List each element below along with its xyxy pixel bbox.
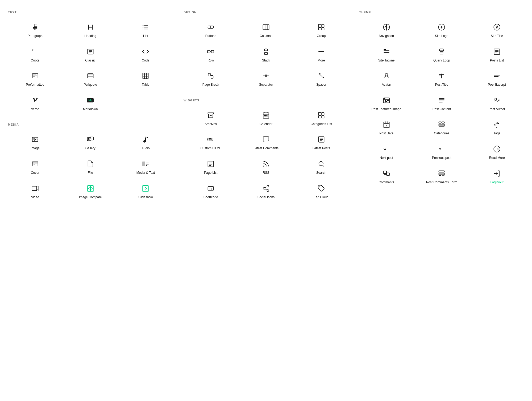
block-next-post[interactable]: » Next post — [359, 141, 414, 163]
svg-text:HTML: HTML — [207, 138, 213, 141]
block-gallery[interactable]: Gallery — [63, 131, 118, 154]
block-post-author[interactable]: Post Author — [470, 92, 524, 115]
widgets-section-title: WIDGETS — [184, 99, 348, 102]
media-block-grid: Image Gallery Audio — [8, 131, 173, 202]
block-comments[interactable]: Comments — [359, 166, 414, 188]
file-icon — [86, 159, 95, 169]
block-categories[interactable]: Categories — [414, 117, 469, 139]
block-file[interactable]: File — [63, 156, 118, 178]
block-heading[interactable]: Heading — [63, 19, 118, 42]
block-post-title[interactable]: Post Title — [414, 68, 469, 90]
post-content-icon — [437, 96, 446, 105]
block-spacer[interactable]: Spacer — [294, 68, 348, 90]
table-icon — [141, 71, 150, 81]
block-query-loop[interactable]: Query Loop — [414, 44, 469, 66]
block-image[interactable]: Image — [8, 131, 62, 154]
block-posts-list[interactable]: Posts List — [470, 44, 524, 66]
block-tag-cloud-label: Tag Cloud — [314, 195, 329, 200]
block-search[interactable]: Search — [294, 156, 348, 178]
block-post-content[interactable]: Post Content — [414, 92, 469, 115]
cover-icon — [30, 159, 40, 169]
block-media-text[interactable]: Media & Text — [119, 156, 173, 178]
block-video[interactable]: Video — [8, 180, 62, 203]
block-slideshow[interactable]: Slideshow — [119, 180, 173, 203]
heading-icon — [86, 22, 95, 32]
design-block-grid: Buttons Columns — [184, 19, 348, 90]
block-categories-list[interactable]: Categories List — [294, 107, 348, 130]
block-latest-posts[interactable]: Latest Posts — [294, 131, 348, 154]
block-navigation-label: Navigation — [379, 34, 394, 38]
block-tag-cloud[interactable]: Tag Cloud — [294, 180, 348, 203]
preformatted-icon — [30, 71, 40, 81]
theme-block-grid: Navigation Site Logo — [359, 19, 524, 188]
block-more-label: More — [318, 59, 325, 63]
block-cover[interactable]: Cover — [8, 156, 62, 178]
block-verse[interactable]: Verse — [8, 92, 62, 115]
block-separator[interactable]: Separator — [239, 68, 293, 90]
block-more[interactable]: More — [294, 44, 348, 66]
block-shortcode[interactable]: [/] Shortcode — [184, 180, 238, 203]
block-image-compare[interactable]: Image Compare — [63, 180, 118, 203]
block-latest-comments[interactable]: Latest Comments — [239, 131, 293, 154]
block-quote-label: Quote — [31, 59, 40, 63]
block-row-label: Row — [207, 59, 214, 63]
block-classic[interactable]: Classic — [63, 44, 118, 66]
block-page-list[interactable]: Page List — [184, 156, 238, 178]
read-more-icon — [492, 144, 502, 154]
block-avatar[interactable]: Avatar — [359, 68, 414, 90]
block-social-icons[interactable]: Social Icons — [239, 180, 293, 203]
block-audio[interactable]: Audio — [119, 131, 173, 154]
block-audio-label: Audio — [142, 146, 150, 151]
block-post-excerpt[interactable]: " Post Excerpt — [470, 68, 524, 90]
block-site-title[interactable]: Site Title — [470, 19, 524, 42]
block-site-logo[interactable]: Site Logo — [414, 19, 469, 42]
block-buttons[interactable]: Buttons — [184, 19, 238, 42]
svg-rect-141 — [442, 122, 444, 123]
image-compare-icon — [86, 184, 95, 193]
block-read-more[interactable]: Read More — [470, 141, 524, 163]
svg-point-94 — [267, 185, 269, 187]
block-paragraph[interactable]: Paragraph — [8, 19, 62, 42]
block-classic-label: Classic — [85, 59, 95, 63]
tags-icon — [492, 120, 502, 129]
block-quote[interactable]: " Quote — [8, 44, 62, 66]
block-page-break[interactable]: Page Break — [184, 68, 238, 90]
block-row[interactable]: Row — [184, 44, 238, 66]
block-pullquote[interactable]: Pullquote — [63, 68, 118, 90]
block-code[interactable]: Code — [119, 44, 173, 66]
block-post-featured-image[interactable]: Post Featured Image — [359, 92, 414, 115]
block-shortcode-label: Shortcode — [203, 195, 218, 200]
block-markdown[interactable]: M↓ Markdown — [63, 92, 118, 115]
code-icon — [141, 47, 150, 56]
block-archives[interactable]: Archives — [184, 107, 238, 130]
block-preformatted[interactable]: Preformatted — [8, 68, 62, 90]
block-calendar[interactable]: Calendar — [239, 107, 293, 130]
block-post-comments-form[interactable]: Post Comments Form — [414, 166, 469, 188]
block-previous-post[interactable]: « Previous post — [414, 141, 469, 163]
block-avatar-label: Avatar — [382, 83, 391, 87]
block-site-tagline[interactable]: Site Tagline — [359, 44, 414, 66]
site-logo-icon — [437, 22, 446, 32]
block-tags[interactable]: Tags — [470, 117, 524, 139]
block-social-icons-label: Social Icons — [257, 195, 275, 200]
comments-icon — [382, 169, 391, 178]
block-list[interactable]: List — [119, 19, 173, 42]
block-navigation[interactable]: Navigation — [359, 19, 414, 42]
block-verse-label: Verse — [31, 107, 39, 111]
block-table[interactable]: Table — [119, 68, 173, 90]
block-custom-html[interactable]: HTML Custom HTML — [184, 131, 238, 154]
block-login-out[interactable]: Login/out — [470, 166, 524, 188]
svg-rect-48 — [322, 27, 324, 30]
block-page-break-label: Page Break — [202, 83, 219, 87]
block-stack[interactable]: Stack — [239, 44, 293, 66]
block-post-date[interactable]: 2 Post Date — [359, 117, 414, 139]
widgets-block-grid: Archives Calendar — [184, 107, 348, 202]
post-excerpt-icon: " — [492, 71, 502, 81]
block-separator-label: Separator — [259, 83, 273, 87]
block-rss[interactable]: RSS — [239, 156, 293, 178]
theme-section: THEME Navigation — [359, 11, 524, 202]
block-columns[interactable]: Columns — [239, 19, 293, 42]
block-custom-html-label: Custom HTML — [201, 146, 221, 151]
design-widgets-section: DESIGN Buttons — [184, 11, 348, 202]
block-group[interactable]: Group — [294, 19, 348, 42]
